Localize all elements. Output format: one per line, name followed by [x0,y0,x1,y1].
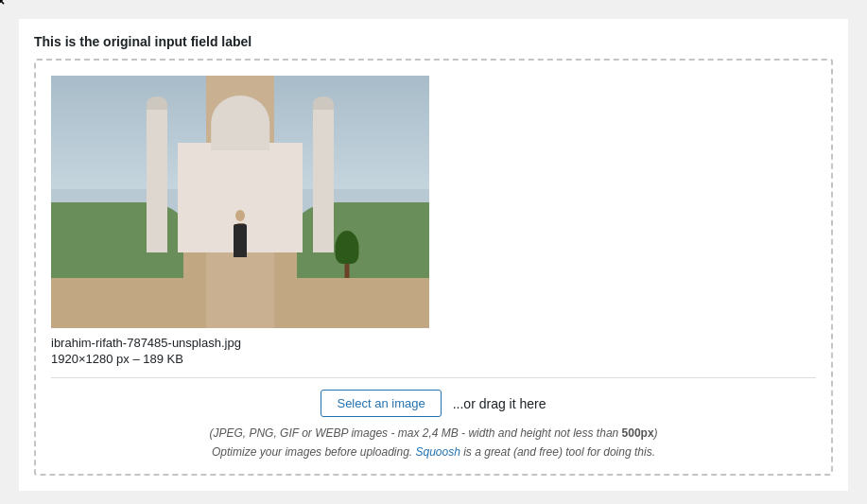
tree [333,231,361,278]
select-image-button[interactable]: Select an image [321,390,441,417]
tree-top [336,231,359,264]
action-row: Select an image ...or drag it here [51,390,816,417]
main-dome [211,96,269,150]
image-section: × [51,76,816,366]
image-filename: ibrahim-rifath-787485-unsplash.jpg [51,336,429,350]
left-minaret [147,104,167,252]
format-hint: (JPEG, PNG, GIF or WEBP images - max 2,4… [51,426,816,440]
optimize-prefix: Optimize your images before uploading. [212,445,415,459]
upload-area: × [34,59,833,476]
person-body [234,224,247,257]
optimize-hint: Optimize your images before uploading. S… [51,445,816,459]
page-wrapper: This is the original input field label × [19,19,848,491]
section-divider [51,377,816,378]
format-hint-text: (JPEG, PNG, GIF or WEBP images - max 2,4… [209,426,621,440]
preview-image [51,76,429,328]
right-minaret [313,104,334,252]
optimize-suffix: is a great (and free) tool for doing thi… [460,445,655,459]
remove-image-button[interactable]: × [0,0,9,9]
image-dimensions: 1920×1280 px – 189 KB [51,352,429,366]
format-hint-end: ) [654,426,658,440]
field-label: This is the original input field label [34,34,833,49]
person-head [235,210,245,221]
drag-hint: ...or drag it here [453,396,546,411]
min-size-text: 500px [622,426,654,440]
person-figure [231,210,250,257]
squoosh-link[interactable]: Squoosh [415,445,460,459]
image-container: × [51,76,429,366]
image-info: ibrahim-rifath-787485-unsplash.jpg 1920×… [51,336,429,366]
